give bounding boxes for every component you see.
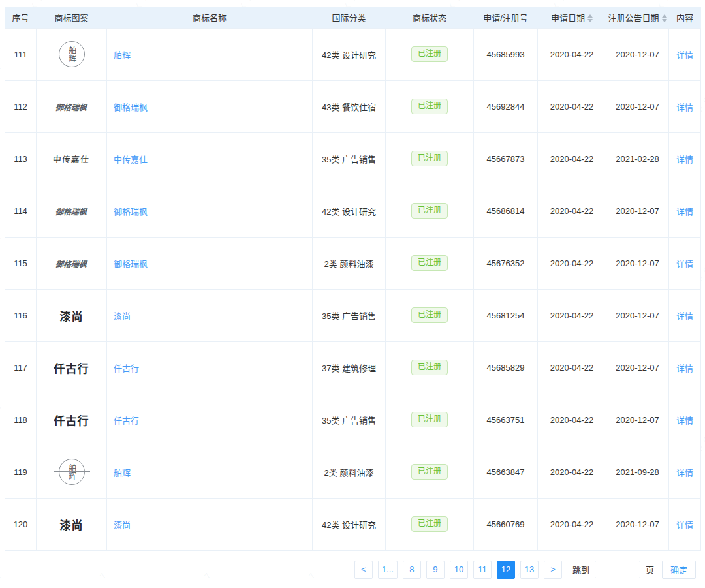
- table-header-row: 序号商标图案商标名称国际分类商标状态申请/注册号申请日期注册公告日期内容: [5, 7, 701, 28]
- table-body: 111舶辉舶辉42类 设计研究已注册456859932020-04-222020…: [5, 28, 701, 550]
- column-header-index: 序号: [5, 7, 37, 28]
- trademark-logo-text: 漆尚: [60, 307, 84, 324]
- detail-link[interactable]: 详情: [676, 259, 693, 269]
- cell-publication-date: 2020-12-07: [606, 28, 669, 80]
- page-button[interactable]: 11: [473, 561, 492, 579]
- cell-trademark-status: 已注册: [386, 132, 474, 185]
- status-badge: 已注册: [411, 255, 448, 271]
- cell-international-class: 35类 广告销售: [313, 289, 386, 341]
- column-header-label: 申请/注册号: [483, 13, 528, 23]
- detail-link[interactable]: 详情: [676, 207, 693, 217]
- trademark-name-link[interactable]: 漆尚: [114, 311, 131, 321]
- trademark-name-link[interactable]: 仟古行: [114, 364, 139, 373]
- cell-publication-date: 2021-02-28: [606, 132, 669, 185]
- sort-ascending-icon[interactable]: [588, 14, 593, 18]
- cell-publication-date: 2020-12-07: [606, 80, 669, 132]
- column-header-label: 国际分类: [332, 13, 366, 23]
- trademark-logo-text: 舶辉: [67, 46, 76, 62]
- cell-action: 详情: [669, 80, 701, 132]
- page-button[interactable]: 9: [426, 561, 445, 579]
- page-suffix-label: 页: [646, 563, 654, 576]
- cell-international-class: 35类 广告销售: [313, 132, 386, 185]
- trademark-name-link[interactable]: 舶辉: [114, 50, 131, 60]
- trademark-logo: 仟古行: [37, 360, 106, 376]
- cell-trademark-name: 中传嘉仕: [107, 132, 313, 185]
- pagination-bar: < 1...8910111213 > 跳到 页 确定: [5, 561, 696, 579]
- next-page-button[interactable]: >: [544, 561, 562, 579]
- detail-link[interactable]: 详情: [676, 364, 693, 373]
- cell-trademark-image: 御格瑞枫: [37, 237, 107, 289]
- sort-ascending-icon[interactable]: [662, 14, 667, 18]
- page-button[interactable]: 8: [403, 561, 421, 579]
- status-badge: 已注册: [411, 99, 448, 114]
- status-badge: 已注册: [411, 151, 448, 166]
- trademark-name-link[interactable]: 漆尚: [114, 520, 131, 530]
- cell-publication-date: 2020-12-07: [606, 237, 669, 289]
- cell-registration-number: 45663751: [474, 394, 538, 446]
- column-header-label: 商标名称: [193, 13, 227, 23]
- cell-serial-number: 120: [5, 498, 37, 550]
- cell-trademark-name: 仟古行: [107, 394, 313, 446]
- trademark-logo-text: 舶辉: [67, 464, 76, 480]
- page-button[interactable]: 1...: [378, 561, 398, 579]
- column-header-name: 商标名称: [107, 7, 313, 28]
- table-row: 118仟古行仟古行35类 广告销售已注册456637512020-04-2220…: [5, 394, 701, 446]
- detail-link[interactable]: 详情: [676, 155, 693, 164]
- table-row: 115御格瑞枫御格瑞枫2类 颜料油漆已注册456763522020-04-222…: [5, 237, 701, 289]
- cell-serial-number: 113: [5, 132, 37, 185]
- cell-publication-date: 2020-12-07: [606, 341, 669, 394]
- trademark-name-link[interactable]: 仟古行: [114, 416, 139, 426]
- cell-serial-number: 119: [5, 446, 37, 498]
- cell-international-class: 35类 广告销售: [313, 394, 386, 446]
- cell-international-class: 42类 设计研究: [313, 185, 386, 237]
- cell-registration-number: 45681254: [474, 289, 538, 341]
- cell-apply-date: 2020-04-22: [538, 237, 606, 289]
- prev-page-button[interactable]: <: [354, 561, 373, 579]
- trademark-logo-text: 中传嘉仕: [53, 153, 90, 165]
- trademark-logo-text: 御格瑞枫: [55, 101, 88, 112]
- page-button-active[interactable]: 12: [497, 561, 515, 579]
- cell-trademark-status: 已注册: [386, 80, 474, 132]
- cell-apply-date: 2020-04-22: [538, 341, 606, 394]
- cell-international-class: 37类 建筑修理: [313, 341, 386, 394]
- cell-action: 详情: [669, 446, 701, 498]
- confirm-button[interactable]: 确定: [662, 561, 696, 579]
- detail-link[interactable]: 详情: [676, 416, 693, 426]
- page-button[interactable]: 13: [520, 561, 539, 579]
- table-row: 120漆尚漆尚42类 设计研究已注册456607692020-04-222020…: [5, 498, 701, 550]
- detail-link[interactable]: 详情: [676, 102, 693, 112]
- cell-publication-date: 2020-12-07: [606, 289, 669, 341]
- sort-carets-icon[interactable]: [588, 14, 593, 22]
- sort-descending-icon[interactable]: [588, 19, 593, 22]
- sort-descending-icon[interactable]: [662, 19, 667, 22]
- jump-page-input[interactable]: [595, 561, 640, 578]
- cell-trademark-name: 舶辉: [107, 446, 313, 498]
- column-header-pub_date[interactable]: 注册公告日期: [606, 7, 669, 28]
- cell-registration-number: 45667873: [474, 132, 538, 185]
- cell-trademark-status: 已注册: [386, 28, 474, 80]
- page-button[interactable]: 10: [450, 561, 468, 579]
- cell-action: 详情: [669, 394, 701, 446]
- trademark-name-link[interactable]: 御格瑞枫: [114, 207, 148, 217]
- cell-publication-date: 2020-12-07: [606, 185, 669, 237]
- cell-trademark-status: 已注册: [386, 394, 474, 446]
- column-header-apply_date[interactable]: 申请日期: [538, 7, 606, 28]
- status-badge: 已注册: [411, 46, 448, 62]
- cell-trademark-image: 御格瑞枫: [37, 185, 107, 237]
- trademark-name-link[interactable]: 御格瑞枫: [114, 102, 148, 112]
- detail-link[interactable]: 详情: [676, 520, 693, 530]
- detail-link[interactable]: 详情: [676, 468, 693, 478]
- table-row: 116漆尚漆尚35类 广告销售已注册456812542020-04-222020…: [5, 289, 701, 341]
- trademark-logo: 御格瑞枫: [37, 206, 106, 217]
- trademark-logo-text: 仟古行: [54, 360, 89, 376]
- cell-apply-date: 2020-04-22: [538, 289, 606, 341]
- trademark-name-link[interactable]: 御格瑞枫: [114, 259, 148, 269]
- trademark-name-link[interactable]: 舶辉: [114, 468, 131, 478]
- trademark-name-link[interactable]: 中传嘉仕: [114, 155, 148, 164]
- detail-link[interactable]: 详情: [676, 50, 693, 60]
- cell-international-class: 2类 颜料油漆: [313, 237, 386, 289]
- detail-link[interactable]: 详情: [676, 311, 693, 321]
- trademark-table: 序号商标图案商标名称国际分类商标状态申请/注册号申请日期注册公告日期内容 111…: [5, 7, 701, 551]
- cell-serial-number: 117: [5, 341, 37, 394]
- sort-carets-icon[interactable]: [662, 14, 667, 22]
